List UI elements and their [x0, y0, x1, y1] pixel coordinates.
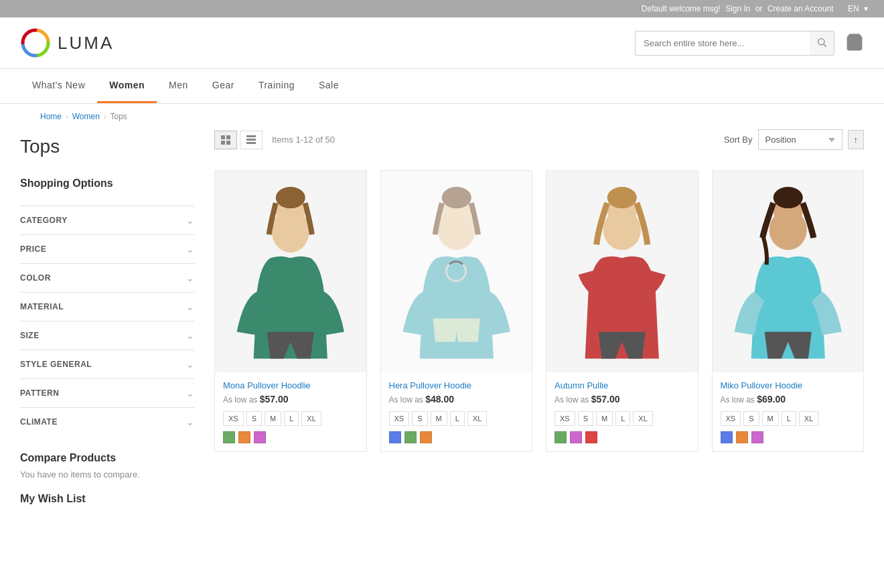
size-btn-m-miko[interactable]: M: [762, 411, 779, 426]
welcome-msg: Default welcome msg!: [642, 4, 721, 13]
sign-in-link[interactable]: Sign In: [725, 4, 750, 13]
compare-products-title: Compare Products: [20, 452, 194, 464]
filter-pattern[interactable]: PATTERN ⌄: [20, 379, 194, 408]
product-image-miko[interactable]: [713, 171, 864, 372]
filter-category[interactable]: CATEGORY ⌄: [20, 206, 194, 235]
size-btn-xl-hera[interactable]: XL: [467, 411, 487, 426]
page-layout: Tops Shopping Options CATEGORY ⌄ PRICE ⌄…: [0, 129, 884, 525]
size-btn-xl-miko[interactable]: XL: [799, 411, 818, 426]
nav-item-gear[interactable]: Gear: [200, 69, 246, 103]
product-name-hera[interactable]: Hera Pullover Hoodie: [389, 380, 524, 390]
page-title: Tops: [20, 129, 194, 164]
spinner: [445, 261, 467, 282]
size-btn-m-mona[interactable]: M: [265, 411, 281, 426]
svg-rect-7: [226, 141, 230, 145]
filter-style-general[interactable]: STYLE GENERAL ⌄: [20, 350, 194, 379]
filter-chevron-price: ⌄: [186, 244, 194, 254]
filter-label-size: SIZE: [20, 331, 40, 340]
svg-rect-4: [221, 135, 225, 139]
grid-view-button[interactable]: [214, 131, 237, 149]
breadcrumb-women[interactable]: Women: [72, 112, 100, 121]
nav-item-training[interactable]: Training: [246, 69, 307, 103]
sort-asc-button[interactable]: ↑: [848, 130, 865, 149]
cart-button[interactable]: [845, 33, 864, 54]
language-selector[interactable]: EN ▾: [845, 4, 868, 13]
create-account-link[interactable]: Create an Account: [767, 4, 834, 13]
breadcrumb-home[interactable]: Home: [40, 112, 62, 121]
product-card-miko: Miko Pullover HoodieAs low as $69.00XSSM…: [712, 170, 865, 452]
filter-color[interactable]: COLOR ⌄: [20, 264, 194, 293]
filter-price[interactable]: PRICE ⌄: [20, 235, 194, 264]
color-dot-1-mona[interactable]: [238, 431, 250, 443]
nav-item-sale[interactable]: Sale: [307, 69, 351, 103]
product-name-autumn[interactable]: Autumn Pullie: [555, 380, 690, 390]
sort-options: Sort By PositionPriceProduct Name ↑: [724, 129, 864, 150]
compare-products-text: You have no items to compare.: [20, 469, 194, 480]
svg-rect-10: [246, 142, 256, 144]
color-dot-0-autumn[interactable]: [555, 431, 567, 443]
color-dot-0-mona[interactable]: [223, 431, 235, 443]
product-price-hera: As low as $48.00: [389, 394, 524, 405]
size-btn-s-autumn[interactable]: S: [578, 411, 593, 426]
list-view-button[interactable]: [240, 131, 263, 149]
color-dot-2-mona[interactable]: [254, 431, 266, 443]
size-btn-l-mona[interactable]: L: [284, 411, 299, 426]
size-btn-xl-autumn[interactable]: XL: [633, 411, 652, 426]
size-btn-l-autumn[interactable]: L: [615, 411, 630, 426]
nav-item-whats-new[interactable]: What's New: [20, 69, 97, 103]
shopping-options: Shopping Options CATEGORY ⌄ PRICE ⌄ COLO…: [20, 177, 194, 436]
cart-icon: [845, 33, 864, 52]
color-dot-1-miko[interactable]: [736, 431, 748, 443]
svg-rect-9: [246, 139, 256, 141]
size-btn-m-hera[interactable]: M: [431, 411, 447, 426]
color-dots-mona: [223, 431, 358, 443]
color-dot-1-autumn[interactable]: [570, 431, 582, 443]
color-dot-2-autumn[interactable]: [585, 431, 597, 443]
nav-item-men[interactable]: Men: [157, 69, 200, 103]
size-btn-l-hera[interactable]: L: [450, 411, 465, 426]
size-btn-xs-mona[interactable]: XS: [223, 411, 244, 426]
filter-size[interactable]: SIZE ⌄: [20, 321, 194, 350]
size-btn-xl-mona[interactable]: XL: [301, 411, 321, 426]
filter-chevron-size: ⌄: [186, 330, 194, 341]
list-icon: [246, 135, 256, 145]
logo-icon: [20, 27, 51, 58]
logo[interactable]: LUMA: [20, 27, 114, 58]
product-image-autumn[interactable]: [546, 171, 698, 372]
size-btn-xs-autumn[interactable]: XS: [555, 411, 575, 426]
color-dot-1-hera[interactable]: [404, 431, 417, 443]
color-dot-0-hera[interactable]: [389, 431, 401, 443]
product-name-miko[interactable]: Miko Pullover Hoodie: [721, 380, 856, 390]
color-dot-2-hera[interactable]: [420, 431, 432, 443]
size-btn-l-miko[interactable]: L: [782, 411, 796, 426]
svg-rect-5: [226, 135, 230, 139]
grid-icon: [221, 135, 230, 145]
sort-select[interactable]: PositionPriceProduct Name: [758, 129, 842, 150]
product-price-mona: As low as $57.00: [223, 394, 358, 405]
filter-climate[interactable]: CLIMATE ⌄: [20, 408, 194, 436]
color-dot-0-miko[interactable]: [721, 431, 733, 443]
size-btn-xs-miko[interactable]: XS: [721, 411, 741, 426]
product-price-miko: As low as $69.00: [721, 394, 856, 405]
nav-item-women[interactable]: Women: [97, 69, 157, 103]
main-content: Items 1-12 of 50 Sort By PositionPricePr…: [214, 129, 864, 505]
logo-text: LUMA: [58, 33, 114, 54]
product-image-hera[interactable]: [381, 171, 532, 372]
product-card-autumn: Autumn PullieAs low as $57.00XSSMLXL: [546, 170, 698, 452]
product-name-mona[interactable]: Mona Pullover Hoodlie: [223, 380, 358, 390]
search-button[interactable]: [810, 31, 834, 55]
breadcrumb-current: Tops: [110, 112, 127, 121]
filter-material[interactable]: MATERIAL ⌄: [20, 293, 194, 321]
size-btn-m-autumn[interactable]: M: [596, 411, 613, 426]
color-dot-2-miko[interactable]: [751, 431, 763, 443]
sort-label: Sort By: [724, 135, 753, 145]
search-input[interactable]: [636, 33, 810, 54]
svg-point-1: [818, 38, 824, 44]
size-btn-xs-hera[interactable]: XS: [389, 411, 410, 426]
filter-label-climate: CLIMATE: [20, 417, 58, 427]
filter-list: CATEGORY ⌄ PRICE ⌄ COLOR ⌄ MATERIAL ⌄ SI…: [20, 206, 194, 436]
size-btn-s-miko[interactable]: S: [743, 411, 759, 426]
product-image-mona[interactable]: [215, 171, 366, 372]
size-btn-s-mona[interactable]: S: [246, 411, 262, 426]
size-btn-s-hera[interactable]: S: [412, 411, 427, 426]
